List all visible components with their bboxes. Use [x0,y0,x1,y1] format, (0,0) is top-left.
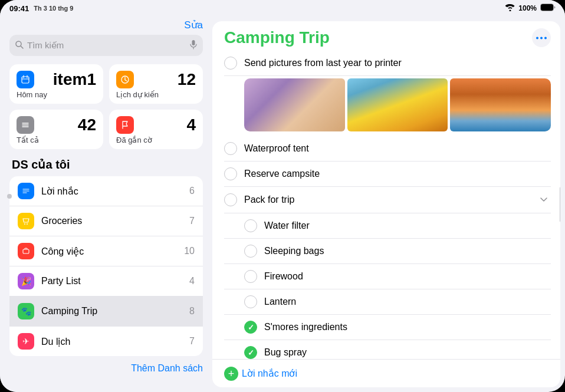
reminders-icon [18,183,34,199]
todo-circle-sendpictures[interactable] [224,57,237,70]
list-item-groceries[interactable]: Groceries 7 [9,206,203,236]
stat-flagged[interactable]: 4 Đã gắn cờ [109,110,203,149]
svg-line-12 [125,80,127,81]
todo-circle-waterprooftent[interactable] [224,142,237,155]
campingtrip-icon: 🐾 [18,303,34,319]
todo-text-lantern: Lantern [264,297,551,307]
svg-line-3 [21,46,24,48]
stat-scheduled[interactable]: 12 Lịch dự kiến [109,64,203,104]
wifi-icon [505,4,515,13]
status-date: Th 3 10 thg 9 [34,5,73,12]
search-bar[interactable]: Tìm kiếm [9,35,203,56]
todo-text-reservecampsite: Reserve campsite [244,169,551,179]
partylist-count: 4 [189,276,195,286]
todo-item-lantern[interactable]: Lantern [224,289,551,315]
todo-circle-waterfilter[interactable] [244,219,257,232]
todo-circle-firewood[interactable] [244,270,257,283]
list-item-work[interactable]: Công việc 10 [9,236,203,266]
scheduled-icon [116,71,134,88]
scheduled-count: 12 [178,70,196,89]
work-count: 10 [184,246,195,256]
add-list-button[interactable]: Thêm Danh sách [131,363,203,374]
svg-point-23 [540,37,543,39]
todo-text-firewood: Firewood [264,271,551,282]
campingtrip-count: 8 [189,306,195,317]
todo-circle-reservecampsite[interactable] [224,167,237,180]
new-reminder-button[interactable]: + Lời nhắc mới [224,367,297,381]
detail-footer: + Lời nhắc mới [212,359,560,387]
travel-count: 7 [189,336,195,347]
todo-circle-sleepingbags[interactable] [244,245,257,258]
todo-text-sendpictures: Send pictures from last year to printer [244,58,551,68]
plus-circle-icon: + [224,367,238,381]
flagged-icon [116,116,134,134]
stat-today[interactable]: item1 Hôm nay [9,64,103,104]
todo-item-packfortrip[interactable]: Pack for trip [224,187,551,213]
today-label: Hôm nay [17,90,96,99]
list-item-campingtrip[interactable]: 🐾 Camping Trip 8 [9,297,203,327]
todo-item-firewood[interactable]: Firewood [224,264,551,289]
lists-container: Lời nhắc 6 Groceries 7 [9,176,203,356]
photo-3 [450,78,551,131]
sidebar: Sửa Tìm kiếm [0,17,212,392]
partylist-label: Party List [41,276,189,286]
list-item-partylist[interactable]: 🎉 Party List 4 [9,266,203,297]
work-label: Công việc [41,246,184,257]
groceries-label: Groceries [41,216,189,226]
groceries-icon [18,213,34,229]
svg-point-20 [27,223,28,225]
todo-text-smores: S'mores ingredients [264,322,551,332]
svg-point-22 [536,37,538,39]
todo-circle-bugspray[interactable] [244,346,257,359]
list-item-reminders[interactable]: Lời nhắc 6 [9,176,203,206]
status-bar: 09:41 Th 3 10 thg 9 100% [0,0,565,17]
todo-item-waterfilter[interactable]: Water filter [224,213,551,239]
reminders-label: Lời nhắc [41,186,189,197]
travel-icon: ✈ [18,333,34,350]
all-label: Tất cả [17,136,96,144]
search-icon [15,41,24,51]
list-item-travel[interactable]: ✈ Du lịch 7 [9,327,203,356]
all-icon [17,116,34,134]
todo-item-smores[interactable]: S'mores ingredients [224,315,551,340]
todo-circle-smores[interactable] [244,321,257,334]
reminders-count: 6 [189,186,195,196]
edit-button[interactable]: Sửa [184,19,203,31]
detail-title: Camping Trip [224,28,330,47]
today-icon [17,71,34,88]
partylist-icon: 🎉 [18,273,34,289]
scheduled-label: Lịch dự kiến [116,90,196,99]
todo-text-packfortrip: Pack for trip [244,195,530,205]
sidebar-footer: Thêm Danh sách [9,356,203,378]
svg-rect-4 [192,40,195,45]
more-button[interactable] [532,28,551,47]
todo-item-bugspray[interactable]: Bug spray [224,340,551,359]
todo-circle-lantern[interactable] [244,295,257,308]
todo-circle-packfortrip[interactable] [224,193,237,206]
stats-grid: item1 Hôm nay 12 [9,64,203,149]
flagged-count: 4 [186,116,196,134]
new-reminder-label: Lời nhắc mới [242,368,297,379]
todo-text-sleepingbags: Sleeping bags [264,246,551,256]
svg-point-2 [16,41,21,47]
today-count: item1 [53,70,96,89]
work-icon [18,243,34,259]
todo-text-waterfilter: Water filter [264,220,551,231]
battery-label: 100% [518,4,537,12]
status-icons: 100% [505,4,556,13]
photo-1 [244,78,345,131]
svg-point-24 [544,37,547,39]
campingtrip-label: Camping Trip [41,306,189,317]
photo-2 [347,78,448,131]
mic-icon [190,40,197,51]
todo-item-sleepingbags[interactable]: Sleeping bags [224,239,551,264]
battery-icon [540,4,556,13]
expand-packfortrip[interactable] [537,193,551,207]
todo-item-waterprooftent[interactable]: Waterproof tent [224,136,551,162]
flagged-label: Đã gắn cờ [116,136,196,144]
todo-item-reservecampsite[interactable]: Reserve campsite [224,162,551,187]
todo-item-sendpictures[interactable]: Send pictures from last year to printer [224,51,551,76]
search-placeholder: Tìm kiếm [27,40,186,51]
stat-all[interactable]: 42 Tất cả [9,110,103,149]
home-indicator [560,187,560,222]
